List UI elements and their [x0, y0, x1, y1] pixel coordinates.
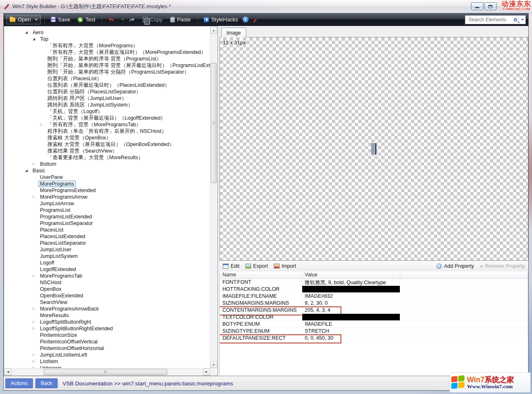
tree-expander-icon[interactable]: [33, 352, 38, 358]
tree-item[interactable]: OpenBoxExtended: [5, 292, 210, 299]
property-row[interactable]: CONTENTMARGINS:MARGINS 205, 4, 3, 4: [220, 307, 528, 314]
tree-item[interactable]: 跳转列表 系统区（JumpListSystem）: [5, 102, 210, 108]
tree-item[interactable]: LogoffSplitButtonRightExtended: [5, 325, 210, 332]
export-button[interactable]: Export: [245, 263, 268, 269]
tree-item[interactable]: ProgramsListExtended: [5, 213, 210, 220]
preview-image[interactable]: [371, 143, 377, 155]
stylehacks-button[interactable]: StyleHacks: [201, 15, 241, 24]
tree-item[interactable]: 附到「开始」菜单的程序等 背景（ProgramsList）: [5, 56, 210, 62]
back-button[interactable]: Back: [35, 378, 58, 388]
tree-item[interactable]: Logoff: [5, 260, 210, 266]
tree-expander-icon[interactable]: [25, 30, 31, 35]
brush-tool-button[interactable]: [252, 16, 259, 23]
tree-item[interactable]: 位置列表（PlacesList）: [5, 75, 210, 82]
tree-item[interactable]: Top: [5, 36, 210, 42]
search-input[interactable]: [468, 16, 512, 23]
tree-expander-icon[interactable]: [25, 168, 31, 174]
tree-item[interactable]: 搜索框 大背景（展开最近项目）（OpenBoxExtended）: [5, 141, 210, 148]
tab-image[interactable]: Image: [221, 28, 246, 37]
tree-item[interactable]: ProgramsListSeparator: [5, 220, 210, 227]
scroll-right-icon[interactable]: ▶: [203, 369, 210, 375]
tree-item[interactable]: LogoffExtended: [5, 266, 210, 273]
column-header-value[interactable]: Value: [302, 271, 400, 278]
import-button[interactable]: Import: [274, 263, 296, 269]
tree-item[interactable]: OpenBox: [5, 286, 210, 292]
tree-item[interactable]: PinItemIconOffsetHorizontal: [5, 345, 210, 352]
property-row[interactable]: SIZINGMARGINS:MARGINS 9, 2, 30, 0: [220, 300, 528, 307]
edit-button[interactable]: Edit: [223, 263, 240, 269]
tree-vertical-scrollbar[interactable]: ▲ ▼: [210, 27, 217, 368]
tree-item[interactable]: SearchView: [5, 299, 210, 306]
tree-item[interactable]: 程序列表（单击「所有程序」后展开的，NSCHost）: [5, 128, 210, 134]
property-row[interactable]: DEFAULTPANESIZE:RECT 0, 0, 450, 30: [220, 335, 528, 342]
tree-item[interactable]: MoreProgramsArrow: [5, 194, 210, 200]
tree-item[interactable]: 搜索框 大背景（OpenBox）: [5, 134, 210, 141]
tree-item[interactable]: PlacesList: [5, 227, 210, 233]
open-button[interactable]: Open: [6, 15, 41, 24]
tree-item[interactable]: 「关机」背景（展开最近项目）（LogoffExtended）: [5, 115, 210, 121]
scroll-up-icon[interactable]: ▲: [210, 27, 217, 34]
tree-expander-icon[interactable]: [33, 365, 38, 368]
undo-button[interactable]: [105, 15, 118, 24]
tree-expander-icon[interactable]: [40, 122, 46, 127]
tree-item[interactable]: PlacesListExtended: [5, 233, 210, 240]
tree-item[interactable]: 「所有程序」大背景（展开最近项目时）（MoreProgramsExtended）: [5, 49, 210, 56]
tree-item[interactable]: 「所有程序」背景（MoreProgramsTab）: [5, 121, 210, 128]
property-row[interactable]: IMAGEFILE:FILENAME IMAGE#832: [220, 293, 528, 300]
tree-item[interactable]: 搜索结果 背景（SearchView）: [5, 148, 210, 154]
tree-item[interactable]: 附到「开始」菜单的程序等 分隔符（ProgramsListSeparator）: [5, 69, 210, 75]
tree-item[interactable]: MoreProgramsExtended: [5, 187, 210, 194]
actions-button[interactable]: Actions: [5, 378, 33, 388]
tree-item[interactable]: 附到「开始」菜单的程序等 背景（展开最近项目时）（ProgramsListExt…: [5, 62, 210, 69]
maximize-button[interactable]: [484, 2, 497, 10]
test-button[interactable]: Test: [75, 15, 98, 24]
tree-item[interactable]: ListItem: [5, 358, 210, 365]
tree-item[interactable]: LogoffSplitButtonRight: [5, 319, 210, 325]
tree-item[interactable]: JumpListSystem: [5, 253, 210, 260]
tree-expander-icon[interactable]: [33, 359, 38, 364]
minimize-button[interactable]: [471, 2, 483, 10]
tree-item[interactable]: PlacesListSeparator: [5, 240, 210, 246]
tree-item[interactable]: 「所有程序」大背景（MorePrograms）: [5, 42, 210, 49]
horizontal-scroll-thumb[interactable]: [44, 369, 167, 375]
property-row[interactable]: HOTTRACKING:COLOR: [220, 286, 528, 293]
tree-expander-icon[interactable]: [33, 326, 38, 331]
tree-expander-icon[interactable]: [33, 319, 38, 325]
save-button[interactable]: Save: [48, 15, 73, 24]
property-row[interactable]: BGTYPE:ENUM IMAGEFILE: [220, 321, 528, 328]
tree-expander-icon[interactable]: [33, 194, 38, 200]
search-dropdown-icon[interactable]: [521, 19, 524, 21]
scroll-down-icon[interactable]: ▼: [210, 361, 217, 368]
redo-button[interactable]: [126, 15, 138, 24]
tree-item[interactable]: UserPane: [5, 174, 210, 181]
search-icon[interactable]: [514, 18, 517, 21]
tree-expander-icon[interactable]: [33, 273, 38, 279]
tree-horizontal-scrollbar[interactable]: ◀ ▶: [5, 368, 210, 375]
tree-item[interactable]: NSCHost: [5, 279, 210, 286]
tree-item[interactable]: 「查看更多结果」大背景（MoreResults）: [5, 154, 210, 161]
tree-item[interactable]: MoreProgramsTab: [5, 273, 210, 279]
tree-item[interactable]: PinItemIconOffsetVertical: [5, 338, 210, 345]
tree-item[interactable]: Bottom: [5, 161, 210, 167]
vertical-scroll-thumb[interactable]: [211, 63, 217, 183]
copy-button[interactable]: Copy: [140, 15, 165, 24]
property-row[interactable]: FONT:FONT 微软雅黑, 9, bold, Quality:Clearty…: [220, 279, 528, 286]
remove-property-button[interactable]: × Remove Property: [480, 263, 525, 269]
tree-item[interactable]: ProgramsList: [5, 207, 210, 213]
column-header-name[interactable]: Name: [220, 271, 302, 278]
tree-item[interactable]: 位置列表 分隔符（PlacesListSeparator）: [5, 88, 210, 95]
tree-item[interactable]: Unknown: [5, 365, 210, 368]
tree-item[interactable]: MoreProgramsArrowBack: [5, 306, 210, 312]
tree-item[interactable]: JumpListUser: [5, 246, 210, 253]
tree-expander-icon[interactable]: [33, 36, 38, 42]
info-button[interactable]: i: [243, 16, 249, 23]
tree-item[interactable]: JumpListArrow: [5, 200, 210, 207]
tree-item[interactable]: 「关机」背景（Logoff）: [5, 108, 210, 115]
tree-expander-icon[interactable]: [33, 161, 38, 167]
tree-item[interactable]: JumpListListItemLeft: [5, 352, 210, 358]
undo-dropdown-icon[interactable]: [121, 19, 124, 21]
open-dropdown-icon[interactable]: [35, 19, 37, 21]
tree-item[interactable]: MoreResults: [5, 312, 210, 319]
add-property-button[interactable]: + Add Property: [436, 263, 474, 269]
property-row[interactable]: SIZINGTYPE:ENUM STRETCH: [220, 328, 528, 335]
